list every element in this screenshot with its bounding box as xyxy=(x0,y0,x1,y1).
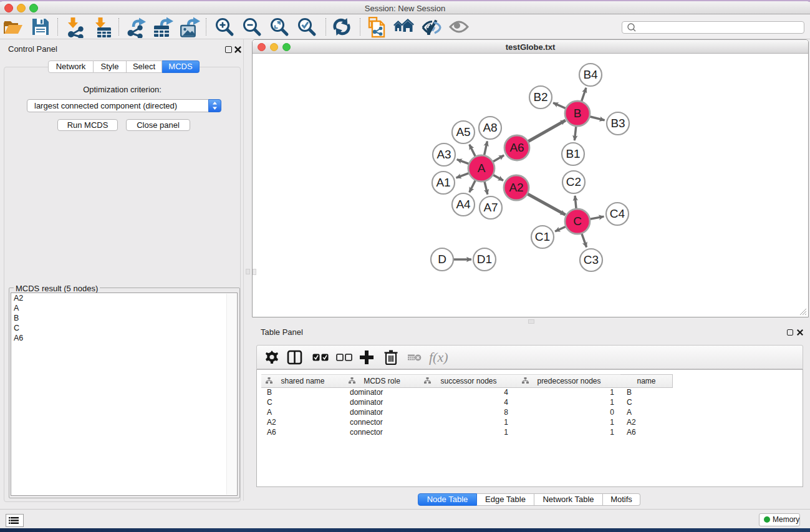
svg-text:B4: B4 xyxy=(583,68,598,81)
svg-text:A2: A2 xyxy=(509,181,523,194)
svg-text:A: A xyxy=(478,162,486,175)
svg-text:A5: A5 xyxy=(456,125,470,138)
svg-text:B1: B1 xyxy=(566,147,580,160)
svg-text:A1: A1 xyxy=(436,176,450,189)
svg-text:A8: A8 xyxy=(483,121,497,134)
svg-text:A7: A7 xyxy=(483,201,498,214)
svg-text:C4: C4 xyxy=(610,207,625,220)
svg-text:B3: B3 xyxy=(610,117,625,130)
svg-text:B: B xyxy=(574,107,582,120)
svg-text:C: C xyxy=(573,215,582,228)
svg-text:D: D xyxy=(438,253,446,266)
svg-text:C1: C1 xyxy=(535,230,550,243)
svg-text:A6: A6 xyxy=(509,141,524,154)
svg-text:B2: B2 xyxy=(533,90,547,104)
svg-text:A4: A4 xyxy=(456,198,471,211)
svg-text:C2: C2 xyxy=(566,175,581,188)
svg-text:D1: D1 xyxy=(477,253,492,266)
svg-text:A3: A3 xyxy=(436,148,451,161)
svg-text:C3: C3 xyxy=(584,253,599,266)
